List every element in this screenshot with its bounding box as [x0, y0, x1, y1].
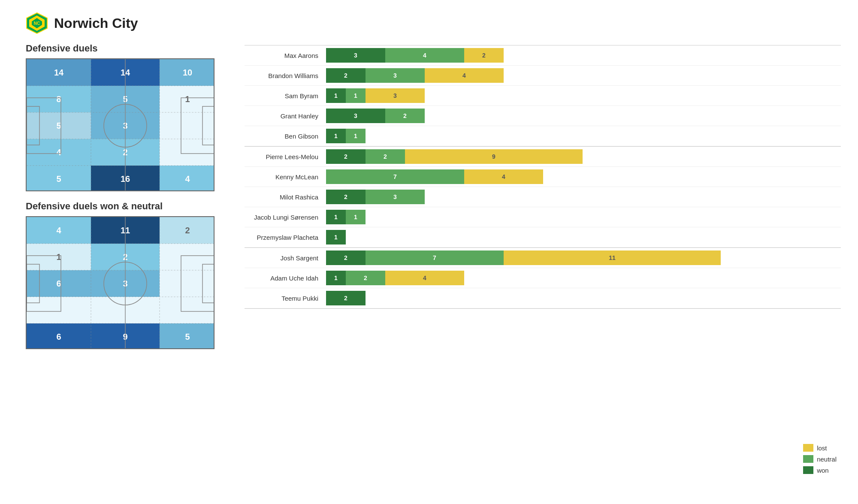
legend: lost neutral won [803, 444, 837, 474]
cell-4-1: 16 [91, 166, 160, 191]
bar-area: 1 1 [326, 210, 841, 224]
cell2-3-1 [91, 297, 160, 323]
cell-3-0: 4 [27, 139, 91, 166]
cell2-0-2: 2 [160, 217, 214, 244]
player-name: Milot Rashica [245, 193, 326, 201]
cell2-1-1: 2 [91, 244, 160, 270]
bar-neutral: 7 [326, 169, 464, 184]
bar-won: 3 [326, 109, 385, 123]
player-row: Jacob Lungi Sørensen 1 1 [245, 207, 841, 227]
bar-won: 1 [326, 129, 346, 143]
legend-color-won [803, 466, 813, 474]
player-row: Grant Hanley 3 2 [245, 106, 841, 126]
bar-area: 3 2 [326, 109, 841, 123]
cell2-4-2: 5 [160, 323, 214, 349]
bar-neutral: 3 [366, 68, 425, 83]
bar-lost: 4 [425, 68, 504, 83]
bar-area: 7 4 [326, 169, 841, 184]
cell-1-2: 1 [160, 86, 214, 112]
bar-area: 2 2 9 [326, 149, 841, 164]
bar-won: 2 [326, 149, 366, 164]
right-panel: Max Aarons 3 4 2 Brandon Williams 2 3 4 … [245, 45, 841, 309]
player-row: Pierre Lees-Melou 2 2 9 [245, 147, 841, 167]
player-row: Josh Sargent 2 7 11 [245, 248, 841, 268]
bar-neutral: 2 [385, 109, 425, 123]
legend-color-lost [803, 444, 813, 452]
bar-won: 2 [326, 68, 366, 83]
player-name: Przemyslaw Placheta [245, 234, 326, 241]
bar-won: 1 [326, 271, 346, 285]
bar-area: 1 1 [326, 129, 841, 143]
bar-lost: 3 [366, 88, 425, 103]
bar-area: 2 3 [326, 190, 841, 204]
legend-label-neutral: neutral [817, 456, 837, 463]
cell-1-0: 8 [27, 86, 91, 112]
bar-area: 2 [326, 291, 841, 305]
player-row: Ben Gibson 1 1 [245, 126, 841, 146]
bar-area: 1 2 4 [326, 271, 841, 285]
player-name: Sam Byram [245, 92, 326, 100]
player-row: Przemyslaw Placheta 1 [245, 227, 841, 247]
cell2-2-2 [160, 270, 214, 297]
player-name: Kenny McLean [245, 173, 326, 181]
cell2-1-0: 1 [27, 244, 91, 270]
defensive-duels-title: Defensive duels [26, 43, 253, 54]
pitch-heatmap-1: 14 14 10 8 5 1 5 3 4 2 5 16 4 [26, 58, 214, 191]
header: NC Norwich City [0, 0, 858, 34]
bar-area: 1 [326, 230, 841, 244]
legend-item-neutral: neutral [803, 455, 837, 463]
bar-won: 3 [326, 48, 385, 63]
bottom-divider [245, 308, 841, 309]
legend-color-neutral [803, 455, 813, 463]
defensive-duels-won-title: Defensive duels won & neutral [26, 201, 253, 212]
cell2-0-1: 11 [91, 217, 160, 244]
player-row: Sam Byram 1 1 3 [245, 86, 841, 106]
cell2-0-0: 4 [27, 217, 91, 244]
player-name: Jacob Lungi Sørensen [245, 214, 326, 221]
bar-won: 2 [326, 250, 366, 265]
bar-won: 1 [326, 88, 346, 103]
cell2-4-0: 6 [27, 323, 91, 349]
bar-neutral: 1 [346, 210, 366, 224]
bar-neutral: 4 [385, 48, 464, 63]
legend-label-won: won [817, 467, 829, 474]
bar-lost: 4 [464, 169, 543, 184]
cell-3-1: 2 [91, 139, 160, 166]
cell-4-2: 4 [160, 166, 214, 191]
legend-item-won: won [803, 466, 829, 474]
bar-lost: 4 [385, 271, 464, 285]
player-name: Josh Sargent [245, 254, 326, 262]
bar-neutral: 2 [346, 271, 385, 285]
bar-neutral: 7 [366, 250, 504, 265]
bar-won: 1 [326, 230, 346, 244]
cell2-1-2 [160, 244, 214, 270]
cell-2-1: 3 [91, 112, 160, 139]
player-name: Teemu Pukki [245, 295, 326, 302]
player-row: Kenny McLean 7 4 [245, 167, 841, 187]
player-name: Adam Uche Idah [245, 275, 326, 282]
legend-label-lost: lost [817, 444, 827, 452]
cell-0-0: 14 [27, 59, 91, 86]
pitch-heatmap-2: 4 11 2 1 2 6 3 6 9 5 [26, 216, 214, 349]
svg-text:NC: NC [34, 21, 40, 26]
club-name: Norwich City [54, 15, 138, 31]
bar-area: 1 1 3 [326, 88, 841, 103]
player-name: Ben Gibson [245, 133, 326, 140]
bar-area: 2 7 11 [326, 250, 841, 265]
bar-won: 2 [326, 190, 366, 204]
cell2-3-2 [160, 297, 214, 323]
cell2-2-0: 6 [27, 270, 91, 297]
player-name: Grant Hanley [245, 112, 326, 120]
bar-neutral: 2 [366, 149, 405, 164]
cell-1-1: 5 [91, 86, 160, 112]
defensive-duels-section: Defensive duels 14 14 10 8 5 1 5 3 4 2 5… [26, 43, 253, 191]
bar-area: 3 4 2 [326, 48, 841, 63]
bar-neutral: 1 [346, 88, 366, 103]
bar-won: 1 [326, 210, 346, 224]
cell2-4-1: 9 [91, 323, 160, 349]
cell-2-2 [160, 112, 214, 139]
player-name: Max Aarons [245, 52, 326, 59]
player-name: Brandon Williams [245, 72, 326, 79]
player-row: Brandon Williams 2 3 4 [245, 66, 841, 86]
legend-item-lost: lost [803, 444, 827, 452]
